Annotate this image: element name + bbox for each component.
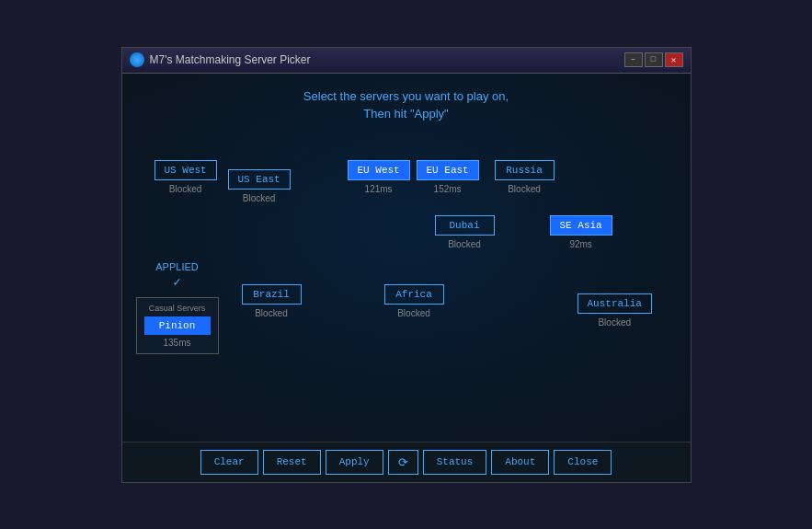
reset-button[interactable]: Reset bbox=[263, 450, 321, 475]
server-btn-se-asia[interactable]: SE Asia bbox=[550, 215, 612, 236]
server-btn-africa[interactable]: Africa bbox=[384, 284, 444, 305]
instruction-line2: Then hit "Apply" bbox=[136, 105, 677, 123]
server-status-australia: Blocked bbox=[598, 317, 631, 328]
applied-section: APPLIED ✓ Casual Servers Pinion 135ms bbox=[136, 261, 219, 354]
server-group-se-asia: SE Asia 92ms bbox=[550, 215, 612, 249]
close-button[interactable]: Close bbox=[554, 450, 612, 475]
content-area: Select the servers you want to play on, … bbox=[122, 74, 691, 442]
apply-button[interactable]: Apply bbox=[326, 450, 383, 475]
app-icon bbox=[130, 52, 144, 67]
titlebar-left: M7's Matchmaking Server Picker bbox=[130, 52, 311, 67]
server-status-eu-east: 152ms bbox=[434, 184, 462, 194]
server-btn-eu-east[interactable]: EU East bbox=[417, 160, 479, 180]
window-close-button[interactable]: ✕ bbox=[665, 52, 683, 67]
server-group-australia: Australia Blocked bbox=[578, 293, 652, 328]
pinion-button[interactable]: Pinion bbox=[144, 316, 211, 335]
casual-label: Casual Servers bbox=[144, 304, 211, 313]
server-btn-eu-west[interactable]: EU West bbox=[348, 160, 410, 180]
server-status-eu-west: 121ms bbox=[365, 184, 393, 194]
server-group-us-west: US West Blocked bbox=[154, 160, 217, 194]
server-btn-australia[interactable]: Australia bbox=[578, 293, 652, 314]
server-group-eu-east: EU East 152ms bbox=[417, 160, 479, 194]
server-status-us-west: Blocked bbox=[169, 184, 202, 194]
minimize-button[interactable]: – bbox=[624, 52, 643, 67]
server-group-us-east: US East Blocked bbox=[228, 169, 291, 203]
server-status-africa: Blocked bbox=[397, 308, 430, 318]
server-group-russia: Russia Blocked bbox=[495, 160, 555, 194]
server-btn-dubai[interactable]: Dubai bbox=[435, 215, 495, 236]
server-status-us-east: Blocked bbox=[243, 193, 276, 203]
server-group-africa: Africa Blocked bbox=[384, 284, 444, 318]
bottom-bar: Clear Reset Apply ⟳ Status About Close bbox=[122, 442, 691, 482]
casual-servers-box: Casual Servers Pinion 135ms bbox=[136, 297, 219, 354]
server-status-russia: Blocked bbox=[508, 184, 541, 194]
titlebar: M7's Matchmaking Server Picker – □ ✕ bbox=[122, 48, 691, 74]
status-button[interactable]: Status bbox=[423, 450, 487, 475]
server-status-dubai: Blocked bbox=[448, 239, 481, 249]
server-status-brazil: Blocked bbox=[255, 308, 288, 318]
applied-label: APPLIED bbox=[155, 261, 198, 272]
about-button[interactable]: About bbox=[491, 450, 549, 475]
main-window: M7's Matchmaking Server Picker – □ ✕ Sel… bbox=[121, 47, 692, 483]
server-btn-russia[interactable]: Russia bbox=[495, 160, 555, 180]
server-group-eu-west: EU West 121ms bbox=[348, 160, 410, 194]
clear-button[interactable]: Clear bbox=[200, 450, 258, 475]
servers-area: APPLIED ✓ Casual Servers Pinion 135ms US… bbox=[136, 142, 677, 399]
server-btn-brazil[interactable]: Brazil bbox=[242, 284, 302, 305]
applied-checkmark: ✓ bbox=[173, 274, 180, 290]
server-btn-us-east[interactable]: US East bbox=[228, 169, 291, 190]
pinion-ms: 135ms bbox=[144, 338, 211, 348]
server-group-dubai: Dubai Blocked bbox=[435, 215, 495, 249]
window-title: M7's Matchmaking Server Picker bbox=[150, 53, 311, 66]
refresh-button[interactable]: ⟳ bbox=[388, 450, 418, 475]
instruction-line1: Select the servers you want to play on, bbox=[136, 87, 677, 106]
titlebar-buttons: – □ ✕ bbox=[624, 52, 683, 67]
maximize-button[interactable]: □ bbox=[645, 52, 663, 67]
server-btn-us-west[interactable]: US West bbox=[154, 160, 217, 180]
server-group-brazil: Brazil Blocked bbox=[242, 284, 302, 318]
server-status-se-asia: 92ms bbox=[569, 239, 591, 249]
instruction-text: Select the servers you want to play on, … bbox=[136, 87, 677, 123]
